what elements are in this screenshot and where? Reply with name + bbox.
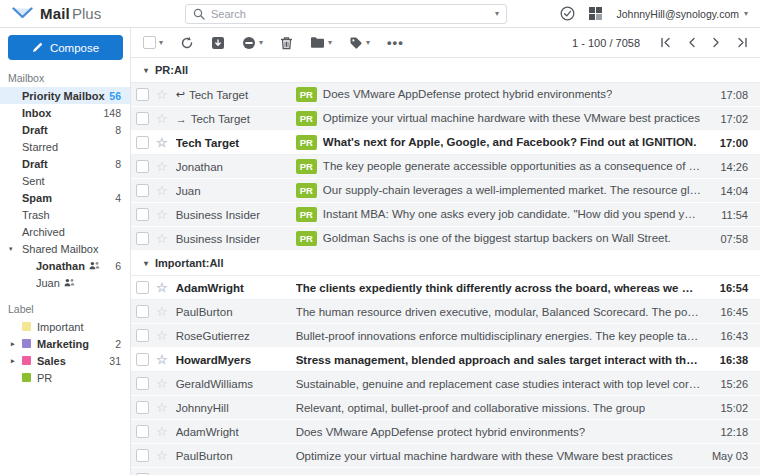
sidebar-item-shared-mailbox[interactable]: ▾Shared Mailbox	[0, 240, 130, 257]
sidebar-label-important[interactable]: Important	[0, 318, 130, 335]
row-checkbox[interactable]	[136, 281, 149, 294]
mark-spam-button[interactable]: ▾	[242, 36, 263, 50]
row-checkbox[interactable]	[136, 305, 149, 318]
sidebar-item-jonathan[interactable]: Jonathan6	[0, 257, 130, 274]
email-row[interactable]: ☆PaulBurtonOptimize your virtual machine…	[131, 444, 760, 468]
sender-name: Tech Target	[189, 89, 248, 101]
subject-text: What's next for Apple, Google, and Faceb…	[323, 136, 697, 148]
sidebar-label-marketing[interactable]: ▸Marketing2	[0, 335, 130, 352]
row-checkbox[interactable]	[136, 232, 149, 245]
star-icon[interactable]: ☆	[156, 449, 168, 462]
sidebar-item-inbox[interactable]: Inbox148	[0, 104, 130, 121]
compose-button[interactable]: Compose	[8, 35, 123, 60]
mailbox-section-label: Mailbox	[0, 64, 130, 87]
account-menu[interactable]: JohnnyHill@synology.com ▾	[616, 8, 748, 20]
sidebar-item-sent[interactable]: Sent	[0, 172, 130, 189]
star-icon[interactable]: ☆	[156, 281, 168, 294]
star-icon[interactable]: ☆	[156, 88, 168, 101]
email-row[interactable]: ☆AdamWrightThe clients expediently think…	[131, 276, 760, 300]
email-row[interactable]: ☆JuanPROur supply-chain leverages a well…	[131, 179, 760, 203]
row-checkbox[interactable]	[136, 136, 149, 149]
star-icon[interactable]: ☆	[156, 184, 168, 197]
star-icon[interactable]: ☆	[156, 305, 168, 318]
spam-chevron-icon[interactable]: ▾	[259, 38, 263, 47]
apps-grid-icon[interactable]	[589, 7, 603, 21]
email-time: 16:45	[702, 306, 760, 318]
email-row[interactable]: ☆RoseGutierrezWhat's next for Apple, Goo…	[131, 468, 760, 475]
email-row[interactable]: ☆GeraldWilliamsSustainable, genuine and …	[131, 372, 760, 396]
select-chevron-icon[interactable]: ▾	[159, 38, 163, 47]
star-icon[interactable]: ☆	[156, 136, 168, 149]
sidebar-item-archived[interactable]: Archived	[0, 223, 130, 240]
sidebar-item-starred[interactable]: Starred	[0, 138, 130, 155]
email-row[interactable]: ☆PaulBurtonThe human resource driven exe…	[131, 300, 760, 324]
group-header[interactable]: ▾Important:All	[131, 251, 760, 276]
expander-icon[interactable]: ▾	[9, 245, 13, 253]
delete-button[interactable]	[280, 36, 293, 50]
email-row[interactable]: ☆Business InsiderPRInstant MBA: Why one …	[131, 203, 760, 227]
email-row[interactable]: ☆AdamWrightDoes VMware AppDefense protec…	[131, 420, 760, 444]
star-icon[interactable]: ☆	[156, 353, 168, 366]
sidebar-item-juan[interactable]: Juan	[0, 274, 130, 291]
expander-icon[interactable]: ▸	[11, 340, 15, 348]
collapse-triangle-icon[interactable]: ▾	[144, 66, 148, 75]
sidebar-item-priority-mailbox[interactable]: Priority Mailbox56	[0, 87, 130, 104]
account-chevron-icon: ▾	[744, 9, 748, 18]
email-row[interactable]: ☆Tech TargetPRWhat's next for Apple, Goo…	[131, 131, 760, 155]
subject-text: Relevant, optimal, bullet-proof and coll…	[296, 402, 645, 414]
last-page-button[interactable]	[737, 37, 748, 48]
collapse-triangle-icon[interactable]: ▾	[144, 259, 148, 268]
star-icon[interactable]: ☆	[156, 401, 168, 414]
row-checkbox[interactable]	[136, 112, 149, 125]
sidebar-item-draft[interactable]: Draft8	[0, 121, 130, 138]
row-checkbox[interactable]	[136, 208, 149, 221]
email-row[interactable]: ☆HowardMyersStress management, blended a…	[131, 348, 760, 372]
task-status-icon[interactable]	[560, 6, 575, 21]
email-row[interactable]: ☆→Tech TargetPROptimize your virtual mac…	[131, 107, 760, 131]
row-checkbox[interactable]	[136, 329, 149, 342]
star-icon[interactable]: ☆	[156, 425, 168, 438]
row-checkbox[interactable]	[136, 184, 149, 197]
star-icon[interactable]: ☆	[156, 112, 168, 125]
sender-name: JohnnyHill	[176, 402, 229, 414]
search-options-chevron-icon[interactable]: ▾	[495, 9, 499, 18]
row-checkbox[interactable]	[136, 425, 149, 438]
star-icon[interactable]: ☆	[156, 329, 168, 342]
label-chevron-icon[interactable]: ▾	[366, 38, 370, 47]
select-all-checkbox[interactable]: ▾	[143, 36, 163, 49]
move-chevron-icon[interactable]: ▾	[328, 38, 332, 47]
group-header[interactable]: ▾PR:All	[131, 58, 760, 83]
first-page-button[interactable]	[660, 37, 671, 48]
prev-page-button[interactable]	[687, 37, 696, 48]
star-icon[interactable]: ☆	[156, 377, 168, 390]
archive-button[interactable]	[211, 36, 225, 50]
refresh-button[interactable]	[180, 36, 194, 50]
expander-icon[interactable]: ▸	[11, 357, 15, 365]
row-checkbox[interactable]	[136, 88, 149, 101]
row-checkbox[interactable]	[136, 377, 149, 390]
sidebar-item-trash[interactable]: Trash	[0, 206, 130, 223]
sidebar-item-spam[interactable]: Spam4	[0, 189, 130, 206]
subject-text: Stress management, blended approach and …	[296, 354, 702, 366]
row-checkbox[interactable]	[136, 449, 149, 462]
star-icon[interactable]: ☆	[156, 232, 168, 245]
row-checkbox[interactable]	[136, 401, 149, 414]
email-row[interactable]: ☆↩Tech TargetPRDoes VMware AppDefense pr…	[131, 83, 760, 107]
more-options-button[interactable]: •••	[387, 35, 404, 50]
email-row[interactable]: ☆JonathanPRThe key people generate acces…	[131, 155, 760, 179]
label-tag-button[interactable]: ▾	[349, 36, 370, 50]
sender-name: Business Insider	[176, 233, 260, 245]
sidebar-label-sales[interactable]: ▸Sales31	[0, 352, 130, 369]
search-input[interactable]: Search ▾	[185, 4, 507, 24]
star-icon[interactable]: ☆	[156, 160, 168, 173]
next-page-button[interactable]	[712, 37, 721, 48]
row-checkbox[interactable]	[136, 353, 149, 366]
email-row[interactable]: ☆Business InsiderPRGoldman Sachs is one …	[131, 227, 760, 251]
star-icon[interactable]: ☆	[156, 208, 168, 221]
email-row[interactable]: ☆RoseGutierrezBullet-proof innovations e…	[131, 324, 760, 348]
move-to-folder-button[interactable]: ▾	[310, 36, 332, 49]
email-row[interactable]: ☆JohnnyHillRelevant, optimal, bullet-pro…	[131, 396, 760, 420]
sidebar-item-draft[interactable]: Draft8	[0, 155, 130, 172]
row-checkbox[interactable]	[136, 160, 149, 173]
sidebar-label-pr[interactable]: PR	[0, 369, 130, 386]
